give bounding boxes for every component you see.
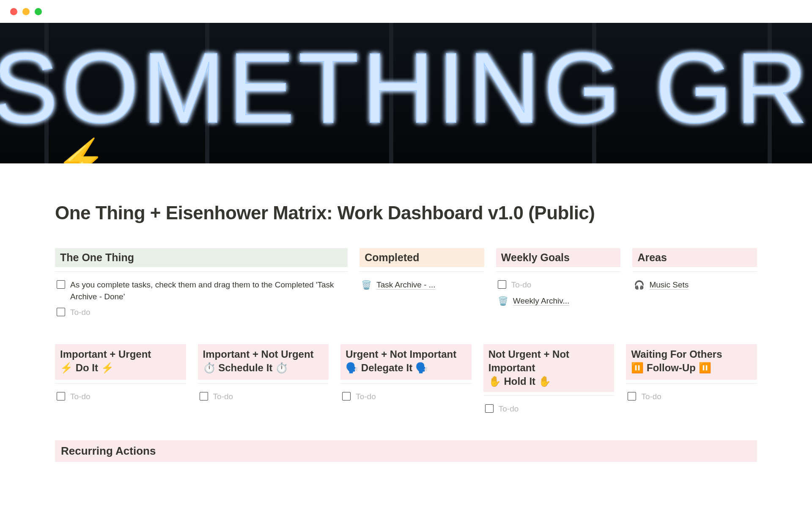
maximize-window-button[interactable] — [35, 8, 42, 15]
matrix-col-schedule-it: Important + Not Urgent ⏱️ Schedule It ⏱️… — [198, 344, 329, 417]
todo-item-empty[interactable]: To-do — [496, 277, 621, 293]
headphones-icon: 🎧 — [634, 279, 644, 291]
eisenhower-matrix-row: Important + Urgent ⚡ Do It ⚡ To-do Impor… — [55, 344, 757, 417]
page-link-text[interactable]: Task Archive - ... — [376, 279, 435, 291]
page-content: One Thing + Eisenhower Matrix: Work Dash… — [0, 163, 812, 462]
matrix-header-do-it[interactable]: Important + Urgent ⚡ Do It ⚡ — [55, 344, 186, 380]
todo-placeholder[interactable]: To-do — [70, 306, 91, 318]
checkbox[interactable] — [485, 404, 494, 413]
todo-placeholder[interactable]: To-do — [499, 403, 519, 415]
section-header-areas[interactable]: Areas — [632, 248, 757, 267]
page-link-item[interactable]: 🗑️ Task Archive - ... — [359, 277, 484, 293]
todo-placeholder[interactable]: To-do — [70, 391, 91, 403]
section-completed: Completed 🗑️ Task Archive - ... — [359, 248, 484, 320]
section-weekly-goals: Weekly Goals To-do 🗑️ Weekly Archiv... — [496, 248, 621, 320]
divider — [55, 383, 186, 384]
checkbox[interactable] — [628, 392, 636, 400]
window-titlebar — [0, 0, 812, 23]
matrix-header-hold-it[interactable]: Not Urgent + Not Important ✋ Hold It ✋ — [483, 344, 614, 392]
todo-item-empty[interactable]: To-do — [340, 389, 472, 405]
page-link-text[interactable]: Weekly Archiv... — [513, 295, 569, 307]
todo-item-empty[interactable]: To-do — [626, 389, 757, 405]
page-link-item[interactable]: 🗑️ Weekly Archiv... — [496, 293, 621, 309]
divider — [483, 395, 614, 396]
svg-text:DO SOMETHING GREAT: DO SOMETHING GREAT — [0, 32, 812, 144]
matrix-header-follow-up[interactable]: Waiting For Others ⏸️ Follow-Up ⏸️ — [626, 344, 757, 380]
page-title[interactable]: One Thing + Eisenhower Matrix: Work Dash… — [55, 202, 757, 224]
section-header-weekly[interactable]: Weekly Goals — [496, 248, 621, 267]
cover-image: DO SOMETHING GREAT — [0, 23, 812, 163]
divider — [340, 383, 472, 384]
trash-icon: 🗑️ — [498, 295, 508, 307]
todo-text[interactable]: As you complete tasks, check them and dr… — [70, 279, 346, 302]
matrix-col-delegate-it: Urgent + Not Important 🗣️ Delegate It 🗣️… — [340, 344, 472, 417]
todo-placeholder[interactable]: To-do — [641, 391, 661, 403]
todo-placeholder[interactable]: To-do — [356, 391, 376, 403]
matrix-header-schedule-it[interactable]: Important + Not Urgent ⏱️ Schedule It ⏱️ — [198, 344, 329, 380]
page-icon[interactable]: ⚡ — [56, 140, 107, 163]
divider — [632, 271, 757, 272]
matrix-col-do-it: Important + Urgent ⚡ Do It ⚡ To-do — [55, 344, 186, 417]
section-one-thing: The One Thing As you complete tasks, che… — [55, 248, 348, 320]
minimize-window-button[interactable] — [22, 8, 30, 15]
divider — [359, 271, 484, 272]
todo-item-empty[interactable]: To-do — [198, 389, 329, 405]
matrix-col-follow-up: Waiting For Others ⏸️ Follow-Up ⏸️ To-do — [626, 344, 757, 417]
trash-icon: 🗑️ — [361, 279, 371, 291]
todo-placeholder[interactable]: To-do — [213, 391, 233, 403]
checkbox[interactable] — [200, 392, 208, 400]
page-cover[interactable]: DO SOMETHING GREAT ⚡ — [0, 23, 812, 163]
page-link-item[interactable]: 🎧 Music Sets — [632, 277, 757, 293]
checkbox[interactable] — [498, 280, 506, 289]
section-header-recurring[interactable]: Recurring Actions — [55, 440, 757, 462]
matrix-col-hold-it: Not Urgent + Not Important ✋ Hold It ✋ T… — [483, 344, 614, 417]
section-areas: Areas 🎧 Music Sets — [632, 248, 757, 320]
todo-item-empty[interactable]: To-do — [55, 389, 186, 405]
checkbox[interactable] — [57, 392, 65, 400]
section-header-one-thing[interactable]: The One Thing — [55, 248, 348, 267]
checkbox[interactable] — [57, 308, 65, 316]
todo-item-empty[interactable]: To-do — [55, 304, 348, 320]
divider — [626, 383, 757, 384]
matrix-header-delegate-it[interactable]: Urgent + Not Important 🗣️ Delegate It 🗣️ — [340, 344, 472, 380]
checkbox[interactable] — [342, 392, 351, 400]
divider — [198, 383, 329, 384]
page-link-text[interactable]: Music Sets — [649, 279, 689, 291]
top-sections-row: The One Thing As you complete tasks, che… — [55, 248, 757, 320]
todo-item-empty[interactable]: To-do — [483, 401, 614, 417]
checkbox[interactable] — [57, 280, 65, 289]
divider — [55, 271, 348, 272]
divider — [496, 271, 621, 272]
todo-placeholder[interactable]: To-do — [511, 279, 532, 291]
todo-item[interactable]: As you complete tasks, check them and dr… — [55, 277, 348, 304]
section-header-completed[interactable]: Completed — [359, 248, 484, 267]
close-window-button[interactable] — [10, 8, 17, 15]
